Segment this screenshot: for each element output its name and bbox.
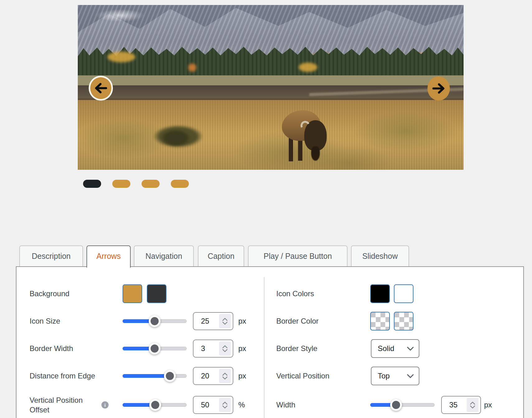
border-style-label: Border Style <box>276 344 317 353</box>
tab-play-pause-button[interactable]: Play / Pause Button <box>248 245 348 266</box>
vertical-position-label: Vertical Position <box>276 372 329 380</box>
slide-dot-4[interactable] <box>171 180 189 188</box>
vertical-position-select[interactable]: Top <box>371 367 419 385</box>
vertical-position-value: Top <box>371 372 407 380</box>
border-color-swatch-1-transparent[interactable] <box>370 312 390 330</box>
width-label: Width <box>276 401 295 409</box>
width-input[interactable]: 35 <box>441 396 481 414</box>
border-color-swatch-2-transparent[interactable] <box>394 312 413 330</box>
tab-arrows[interactable]: Arrows <box>86 245 131 268</box>
border-style-row: Border Style Solid <box>16 335 524 362</box>
icon-colors-row: Icon Colors <box>16 280 524 307</box>
border-color-label: Border Color <box>276 317 319 325</box>
icon-colors-label: Icon Colors <box>276 289 314 298</box>
icon-color-swatch-1[interactable] <box>370 284 390 303</box>
previous-slide-button[interactable] <box>89 76 113 101</box>
arrow-left-icon <box>94 83 107 93</box>
width-slider[interactable] <box>370 398 435 412</box>
chevron-down-icon <box>470 406 475 408</box>
chevron-up-icon <box>470 402 475 405</box>
slider-thumb[interactable] <box>390 399 402 411</box>
vertical-position-row: Vertical Position Top <box>16 362 524 390</box>
chevron-down-icon <box>407 374 414 378</box>
next-slide-button[interactable] <box>427 76 450 101</box>
border-style-select[interactable]: Solid <box>371 339 419 358</box>
slide-pagination <box>83 180 189 188</box>
photo-vignette <box>78 5 464 170</box>
width-stepper[interactable] <box>467 398 478 412</box>
tab-description[interactable]: Description <box>19 245 83 266</box>
icon-color-swatch-2[interactable] <box>394 284 413 303</box>
slide-image <box>78 5 464 170</box>
arrow-right-icon <box>432 83 445 94</box>
border-color-row: Border Color <box>16 307 524 335</box>
slide-dot-3[interactable] <box>142 180 160 188</box>
slide-dot-2[interactable] <box>112 180 130 188</box>
slide-dot-1-active[interactable] <box>83 180 101 188</box>
width-row: Width 35 px <box>16 391 524 418</box>
chevron-down-icon <box>407 347 414 351</box>
width-unit: px <box>484 401 492 409</box>
tab-slideshow[interactable]: Slideshow <box>351 245 409 266</box>
width-value: 35 <box>442 401 467 409</box>
tab-navigation[interactable]: Navigation <box>134 245 194 266</box>
border-style-value: Solid <box>371 344 407 353</box>
tab-caption[interactable]: Caption <box>198 245 244 266</box>
